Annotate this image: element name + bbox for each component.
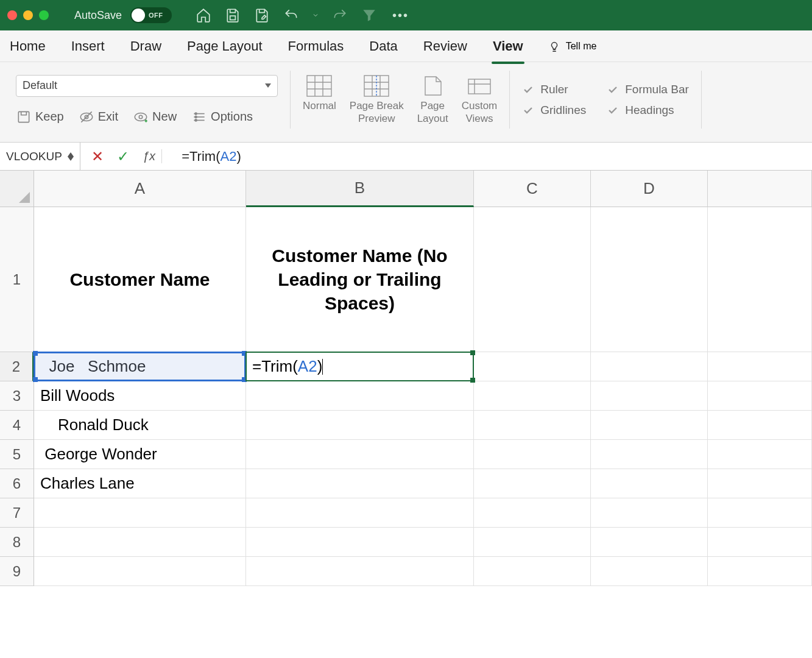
headings-checkbox[interactable]: Headings — [607, 104, 689, 117]
tab-page-layout[interactable]: Page Layout — [186, 35, 264, 58]
cell-A5[interactable]: George Wonder — [34, 440, 246, 469]
row-header-2[interactable]: 2 — [0, 352, 34, 381]
tab-review[interactable]: Review — [422, 35, 468, 58]
cell-D6[interactable] — [591, 469, 708, 498]
normal-view-button[interactable]: Normal — [303, 74, 336, 112]
cell-C7[interactable] — [474, 498, 591, 528]
maximize-window-button[interactable] — [39, 10, 49, 20]
undo-dropdown-icon[interactable] — [312, 7, 319, 24]
gridlines-checkbox[interactable]: Gridlines — [522, 104, 586, 117]
tab-home[interactable]: Home — [9, 35, 47, 58]
row-header-6[interactable]: 6 — [0, 469, 34, 498]
cell-C5[interactable] — [474, 440, 591, 469]
cell-E4[interactable] — [708, 411, 812, 440]
cell-D8[interactable] — [591, 528, 708, 557]
cell-B5[interactable] — [246, 440, 474, 469]
row-header-4[interactable]: 4 — [0, 411, 34, 440]
save-as-icon[interactable] — [253, 7, 270, 24]
cell-C3[interactable] — [474, 381, 591, 411]
cell-E3[interactable] — [708, 381, 812, 411]
col-header-C[interactable]: C — [474, 171, 591, 207]
stepper-down-icon[interactable] — [68, 157, 74, 161]
confirm-formula-button[interactable]: ✓ — [117, 148, 129, 165]
save-icon[interactable] — [224, 7, 241, 24]
sheet-view-select[interactable]: Default — [16, 75, 278, 97]
tab-draw[interactable]: Draw — [129, 35, 163, 58]
cell-B8[interactable] — [246, 528, 474, 557]
formula-input[interactable]: =Trim(A2) — [173, 149, 812, 164]
tab-view[interactable]: View — [492, 35, 524, 58]
minimize-window-button[interactable] — [23, 10, 33, 20]
stepper-up-icon[interactable] — [68, 152, 74, 157]
cell-D5[interactable] — [591, 440, 708, 469]
cell-A6[interactable]: Charles Lane — [34, 469, 246, 498]
tab-insert[interactable]: Insert — [70, 35, 106, 58]
close-window-button[interactable] — [7, 10, 17, 20]
cell-B7[interactable] — [246, 498, 474, 528]
cell-A9[interactable] — [34, 557, 246, 586]
cell-A7[interactable] — [34, 498, 246, 528]
tab-data[interactable]: Data — [368, 35, 398, 58]
fx-icon[interactable]: ƒx — [143, 149, 162, 163]
cell-B1[interactable]: Customer Name (No Leading or Trailing Sp… — [246, 207, 474, 352]
tell-me-search[interactable]: Tell me — [548, 40, 597, 53]
row-header-7[interactable]: 7 — [0, 498, 34, 528]
cell-C8[interactable] — [474, 528, 591, 557]
cell-A4[interactable]: Ronald Duck — [34, 411, 246, 440]
ruler-checkbox[interactable]: Ruler — [522, 83, 586, 96]
col-header-B[interactable]: B — [246, 171, 474, 207]
redo-icon[interactable] — [331, 7, 348, 24]
cell-C9[interactable] — [474, 557, 591, 586]
cell-E8[interactable] — [708, 528, 812, 557]
cell-E6[interactable] — [708, 469, 812, 498]
home-icon[interactable] — [195, 7, 212, 24]
cell-D9[interactable] — [591, 557, 708, 586]
row-header-5[interactable]: 5 — [0, 440, 34, 469]
page-layout-button[interactable]: Page Layout — [417, 74, 448, 125]
custom-views-button[interactable]: Custom Views — [462, 74, 498, 125]
cell-B3[interactable] — [246, 381, 474, 411]
cell-D3[interactable] — [591, 381, 708, 411]
col-header-D[interactable]: D — [591, 171, 708, 207]
name-box[interactable]: VLOOKUP — [0, 143, 80, 170]
formula-bar-checkbox[interactable]: Formula Bar — [607, 83, 689, 96]
cell-C2[interactable] — [474, 352, 591, 381]
filter-icon[interactable] — [361, 7, 378, 24]
new-button[interactable]: New — [133, 109, 177, 125]
select-all-corner[interactable] — [0, 171, 34, 207]
cell-A3[interactable]: Bill Woods — [34, 381, 246, 411]
keep-button[interactable]: Keep — [16, 109, 64, 125]
cell-C4[interactable] — [474, 411, 591, 440]
row-header-9[interactable]: 9 — [0, 557, 34, 586]
row-header-3[interactable]: 3 — [0, 381, 34, 411]
cell-D4[interactable] — [591, 411, 708, 440]
cell-A1[interactable]: Customer Name — [34, 207, 246, 352]
cell-D2[interactable] — [591, 352, 708, 381]
col-header-A[interactable]: A — [34, 171, 246, 207]
cell-B4[interactable] — [246, 411, 474, 440]
cell-A8[interactable] — [34, 528, 246, 557]
cell-E1[interactable] — [708, 207, 812, 352]
cancel-formula-button[interactable]: ✕ — [91, 148, 104, 165]
cell-C1[interactable] — [474, 207, 591, 352]
name-box-steppers[interactable] — [68, 152, 74, 161]
cell-B9[interactable] — [246, 557, 474, 586]
page-break-preview-button[interactable]: Page Break Preview — [350, 74, 404, 125]
tab-formulas[interactable]: Formulas — [287, 35, 345, 58]
cell-D1[interactable] — [591, 207, 708, 352]
col-header-E[interactable] — [708, 171, 812, 207]
exit-button[interactable]: Exit — [79, 109, 118, 125]
row-header-1[interactable]: 1 — [0, 207, 34, 352]
cell-E2[interactable] — [708, 352, 812, 381]
cell-E5[interactable] — [708, 440, 812, 469]
cell-B6[interactable] — [246, 469, 474, 498]
undo-icon[interactable] — [283, 7, 300, 24]
more-commands-icon[interactable]: ••• — [392, 9, 409, 23]
options-button[interactable]: Options — [191, 109, 253, 125]
cell-E9[interactable] — [708, 557, 812, 586]
autosave-toggle[interactable]: OFF — [130, 7, 172, 23]
cell-D7[interactable] — [591, 498, 708, 528]
cell-B2[interactable]: =Trim(A2) — [246, 352, 474, 381]
cell-C6[interactable] — [474, 469, 591, 498]
cell-A2[interactable]: Joe Schmoe — [34, 352, 246, 381]
